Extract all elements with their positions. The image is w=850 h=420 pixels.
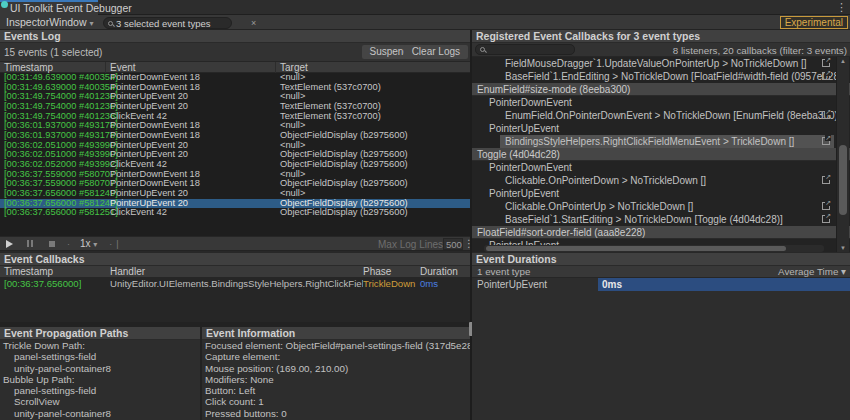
callback-timestamp: [00:36:37.656000] xyxy=(0,278,106,290)
scroll-down-icon[interactable]: ▼ xyxy=(837,245,849,251)
play-icon[interactable] xyxy=(6,240,13,248)
open-source-icon[interactable] xyxy=(822,202,830,210)
registered-callbacks-statusbar: 8 listeners, 20 callbacks (filter: 3 eve… xyxy=(472,43,850,57)
col-handler[interactable]: Handler xyxy=(106,266,363,277)
events-log-header: Events Log xyxy=(0,30,470,43)
sort-label: Average Time xyxy=(778,266,838,277)
scroll-up-icon[interactable]: ▲ xyxy=(837,58,849,64)
events-log-list[interactable]: [00:31:49.639000 #400354]PointerDownEven… xyxy=(0,73,470,236)
propagation-path-line: ScrollView xyxy=(0,396,200,407)
vertical-scrollbar[interactable]: ▲ ▼ xyxy=(836,57,849,252)
pause-icon[interactable] xyxy=(27,240,33,247)
speed-label: 1x xyxy=(80,238,91,249)
step-back-icon[interactable]: · xyxy=(67,239,70,249)
speed-dropdown[interactable]: 1x ▾ xyxy=(80,238,97,249)
col-phase[interactable]: Phase xyxy=(363,266,420,277)
chevron-down-icon: ▾ xyxy=(841,266,846,277)
search-icon xyxy=(108,21,113,26)
open-source-icon[interactable] xyxy=(822,59,830,67)
events-count-status: 15 events (1 selected) xyxy=(4,47,102,58)
stop-icon[interactable] xyxy=(49,241,55,247)
event-info-line: Pressed buttons: 0 xyxy=(202,408,470,419)
callbacks-column-header[interactable]: Timestamp Handler Phase Duration xyxy=(0,266,470,278)
duration-row[interactable]: PointerUpEvent0ms xyxy=(472,278,850,291)
event-info-line: Focused element: ObjectField#panel-setti… xyxy=(202,340,470,351)
panel-picker-dropdown[interactable]: InspectorWindow ▾ xyxy=(2,16,97,29)
search-input[interactable] xyxy=(113,18,251,29)
registered-callback-row[interactable]: BaseField`1.EndEditing > NoTrickleDown [… xyxy=(472,70,850,83)
clear-search-icon[interactable]: × xyxy=(251,18,261,28)
debugger-toolbar: InspectorWindow ▾ × Experimental xyxy=(0,15,850,30)
event-info-line: Mouse position: (169.00, 210.00) xyxy=(202,363,470,374)
registered-callback-row[interactable]: BindingsStyleHelpers.RightClickFieldMenu… xyxy=(472,135,850,148)
events-log-column-header[interactable]: Timestamp Event Target xyxy=(0,62,470,73)
registered-callback-row[interactable]: EnumField.OnPointerDownEvent > NoTrickle… xyxy=(472,109,850,122)
log-target: ObjectFieldDisplay (b2975600) xyxy=(276,179,470,189)
event-type-count: 1 event type xyxy=(477,266,530,278)
callback-row[interactable]: [00:36:37.656000]UnityEditor.UIElements.… xyxy=(0,278,470,290)
window-menu-icon[interactable]: ⋮ xyxy=(836,1,847,14)
registered-callback-row[interactable]: Clickable.OnPointerDown > NoTrickleDown … xyxy=(472,174,850,187)
log-row[interactable]: [00:36:37.656000 #581251]ClickEvent 42Ob… xyxy=(0,208,470,218)
scrollbar-thumb[interactable] xyxy=(486,246,786,251)
open-source-icon[interactable] xyxy=(822,215,830,223)
events-log-statusbar: 15 events (1 selected) Suspend Clear Log… xyxy=(0,43,470,62)
scrollbar-thumb[interactable] xyxy=(839,145,847,215)
event-information-content: Focused element: ObjectField#panel-setti… xyxy=(202,340,470,420)
log-target: TextElement (537c0700) xyxy=(276,83,470,93)
event-type-row[interactable]: PointerUpEvent xyxy=(472,187,850,200)
callback-text: Clickable.OnPointerDown > NoTrickleDown … xyxy=(505,175,706,186)
log-target: ObjectFieldDisplay (b2975600) xyxy=(276,131,470,141)
registered-callback-row[interactable]: FieldMouseDragger`1.UpdateValueOnPointer… xyxy=(472,57,850,70)
callbacks-search[interactable] xyxy=(475,44,575,55)
registered-callback-row[interactable]: BaseField`1.StartEditing > NoTrickleDown… xyxy=(472,213,850,226)
max-log-lines-label: Max Log Lines xyxy=(378,239,443,250)
callback-duration: 0ms xyxy=(420,278,470,290)
sort-dropdown[interactable]: Average Time ▾ xyxy=(778,266,846,278)
registered-callback-row[interactable]: Clickable.OnPointerUp > NoTrickleDown [] xyxy=(472,200,850,213)
window-dot-icon xyxy=(1,1,8,8)
event-type-search[interactable]: × xyxy=(103,17,232,29)
open-source-icon[interactable] xyxy=(822,176,830,184)
registered-callbacks-list[interactable]: FieldMouseDragger`1.UpdateValueOnPointer… xyxy=(472,57,850,252)
col-target[interactable]: Target xyxy=(276,62,470,73)
callback-text: FieldMouseDragger`1.UpdateValueOnPointer… xyxy=(505,58,807,69)
tab-event-debugger[interactable]: UI Toolkit Event Debugger xyxy=(0,0,98,15)
event-type-row[interactable]: PointerUpEvent xyxy=(472,122,850,135)
event-callbacks-list[interactable]: [00:36:37.656000]UnityEditor.UIElements.… xyxy=(0,278,470,322)
col-timestamp[interactable]: Timestamp xyxy=(0,266,106,277)
propagation-path-line: Trickle Down Path: xyxy=(0,340,200,351)
col-duration[interactable]: Duration xyxy=(420,266,470,277)
panel-picker-label: InspectorWindow xyxy=(6,16,87,28)
event-info-line: Capture element: xyxy=(202,351,470,362)
col-event[interactable]: Event xyxy=(106,62,276,73)
clear-logs-button[interactable]: Clear Logs xyxy=(404,45,468,59)
duration-event-name: PointerUpEvent xyxy=(477,278,547,291)
callback-text: EnumField.OnPointerDownEvent > NoTrickle… xyxy=(505,110,841,121)
log-target: TextElement (537c0700) xyxy=(276,112,470,122)
max-log-lines-input[interactable] xyxy=(443,238,463,250)
event-info-line: Button: Left xyxy=(202,385,470,396)
callback-handler: UnityEditor.UIElements.BindingsStyleHelp… xyxy=(106,278,363,290)
element-group-row[interactable]: FloatField#sort-order-field (aaa8e228) xyxy=(472,226,850,239)
callback-text: Clickable.OnPointerUp > NoTrickleDown [] xyxy=(505,201,693,212)
step-forward-icon[interactable]: · xyxy=(109,239,112,249)
col-timestamp[interactable]: Timestamp xyxy=(0,62,106,73)
element-group-row[interactable]: Toggle (4d04dc28) xyxy=(472,148,850,161)
open-source-icon[interactable] xyxy=(822,137,830,145)
log-target: ObjectFieldDisplay (b2975600) xyxy=(276,160,470,170)
callback-text: BindingsStyleHelpers.RightClickFieldMenu… xyxy=(505,136,794,147)
duration-bar: 0ms xyxy=(598,278,850,291)
search-icon xyxy=(480,47,485,52)
open-source-icon[interactable] xyxy=(822,72,830,80)
open-source-icon[interactable] xyxy=(822,111,830,119)
event-type-row[interactable]: PointerDownEvent xyxy=(472,96,850,109)
propagation-path-line: unity-panel-container8 xyxy=(0,408,200,419)
log-timestamp: [00:36:37.656000 #581251] xyxy=(0,208,106,218)
horizontal-scrollbar[interactable] xyxy=(484,245,824,252)
event-callbacks-header: Event Callbacks xyxy=(0,253,470,266)
event-type-row[interactable]: PointerDownEvent xyxy=(472,161,850,174)
listeners-summary: 8 listeners, 20 callbacks (filter: 3 eve… xyxy=(673,45,847,56)
durations-statusbar: 1 event type Average Time ▾ xyxy=(472,266,850,278)
element-group-row[interactable]: EnumField#size-mode (8eeba300) xyxy=(472,83,850,96)
